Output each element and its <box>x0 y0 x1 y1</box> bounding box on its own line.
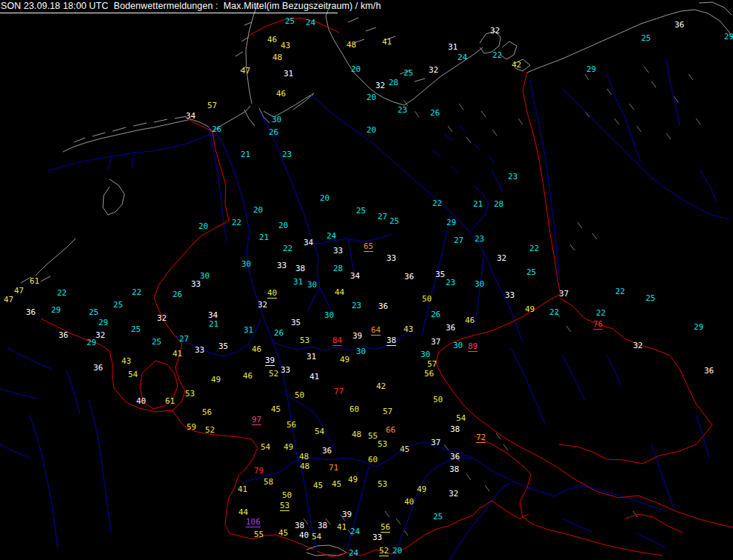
station-value: 57 <box>207 102 217 110</box>
station-value: 60 <box>368 456 378 464</box>
station-value: 33 <box>281 367 290 374</box>
station-value: 55 <box>368 433 378 440</box>
station-value: 45 <box>400 446 409 453</box>
station-value: 56 <box>381 524 390 533</box>
station-value: 59 <box>187 424 196 431</box>
station-value: 34 <box>304 239 313 247</box>
station-value: 32 <box>96 332 105 339</box>
station-value: 44 <box>238 509 248 516</box>
station-value: 41 <box>337 524 347 531</box>
station-value: 21 <box>259 234 269 241</box>
station-value: 22 <box>57 290 67 297</box>
station-value: 40 <box>299 532 309 539</box>
station-value: 36 <box>26 309 36 316</box>
station-value: 38 <box>450 426 460 433</box>
station-value: 28 <box>389 79 398 87</box>
station-value: 22 <box>432 200 442 207</box>
station-value: 79 <box>254 467 264 475</box>
station-value: 60 <box>349 406 359 413</box>
station-value: 37 <box>431 339 441 346</box>
station-value: 25 <box>131 326 141 333</box>
station-value: 30 <box>200 273 210 280</box>
station-value: 20 <box>278 222 288 230</box>
station-value: 54 <box>261 444 270 451</box>
station-value: 23 <box>475 236 484 243</box>
station-value: 53 <box>185 390 195 398</box>
station-value: 35 <box>435 271 445 279</box>
station-value: 89 <box>468 343 478 352</box>
station-value: 49 <box>417 486 426 493</box>
station-value: 43 <box>121 358 131 365</box>
station-value: 32 <box>375 82 385 90</box>
station-value: 32 <box>633 342 643 350</box>
station-value: 31 <box>293 279 303 286</box>
station-value: 29 <box>87 339 96 347</box>
station-value: 40 <box>136 398 146 405</box>
station-value: 53 <box>378 441 387 448</box>
station-value: 76 <box>593 321 603 330</box>
station-value: 33 <box>505 292 515 299</box>
station-value: 24 <box>349 550 358 557</box>
country-borders <box>41 18 733 557</box>
station-value: 33 <box>386 255 396 262</box>
station-value: 36 <box>322 447 332 455</box>
station-value: 24 <box>327 233 336 240</box>
station-value: 77 <box>334 388 344 396</box>
station-value: 41 <box>173 350 182 358</box>
station-value: 38 <box>386 337 396 346</box>
station-value: 47 <box>241 67 250 75</box>
station-value: 46 <box>267 36 277 44</box>
title-bar: SON 23.09.18 18:00 UTC Bodenwettermeldun… <box>0 0 733 13</box>
station-value: 25 <box>404 70 413 77</box>
rivers <box>0 59 729 559</box>
station-value: 22 <box>132 289 141 296</box>
station-value: 29 <box>586 66 596 73</box>
station-value: 30 <box>356 348 366 356</box>
weather-map-screen: SON 23.09.18 18:00 UTC Bodenwettermeldun… <box>0 0 733 560</box>
station-value: 25 <box>641 35 651 42</box>
station-value: 40 <box>404 499 414 506</box>
station-value: 21 <box>473 201 483 208</box>
station-value: 25 <box>646 295 655 302</box>
station-value: 43 <box>281 42 290 50</box>
station-value: 46 <box>276 90 286 98</box>
station-value: 56 <box>287 421 296 429</box>
station-value: 53 <box>378 481 387 488</box>
station-value: 54 <box>128 371 138 379</box>
station-value: 20 <box>392 547 402 555</box>
station-value: 44 <box>335 289 344 296</box>
station-value: 21 <box>241 151 250 159</box>
station-value: 23 <box>352 302 361 310</box>
terrain-marks <box>304 67 700 536</box>
station-value: 41 <box>238 486 247 493</box>
station-value: 34 <box>350 273 360 280</box>
station-value: 53 <box>280 502 289 511</box>
station-value: 45 <box>271 406 281 413</box>
station-value: 35 <box>291 319 301 327</box>
station-value: 46 <box>252 346 261 353</box>
station-value: 27 <box>454 237 463 244</box>
station-value: 38 <box>318 522 327 530</box>
station-value: 34 <box>208 312 218 319</box>
station-value: 20 <box>366 94 376 101</box>
station-value: 20 <box>320 195 329 202</box>
station-value: 49 <box>348 476 358 484</box>
station-value: 61 <box>30 278 39 285</box>
station-value: 47 <box>14 287 24 295</box>
station-value: 49 <box>340 356 349 364</box>
station-value: 30 <box>475 281 484 288</box>
station-value: 31 <box>284 70 293 78</box>
station-value: 31 <box>307 353 316 361</box>
station-value: 39 <box>352 333 362 340</box>
station-value: 24 <box>306 19 315 27</box>
station-value: 54 <box>315 428 324 436</box>
station-value: 36 <box>450 453 460 461</box>
station-value: 25 <box>285 18 295 25</box>
station-value: 65 <box>364 243 373 252</box>
station-value: 31 <box>244 327 253 334</box>
station-value: 33 <box>191 281 201 288</box>
station-value: 46 <box>243 373 252 380</box>
station-value: 32 <box>157 315 167 322</box>
station-value: 26 <box>212 126 221 133</box>
station-value: 48 <box>272 54 282 61</box>
